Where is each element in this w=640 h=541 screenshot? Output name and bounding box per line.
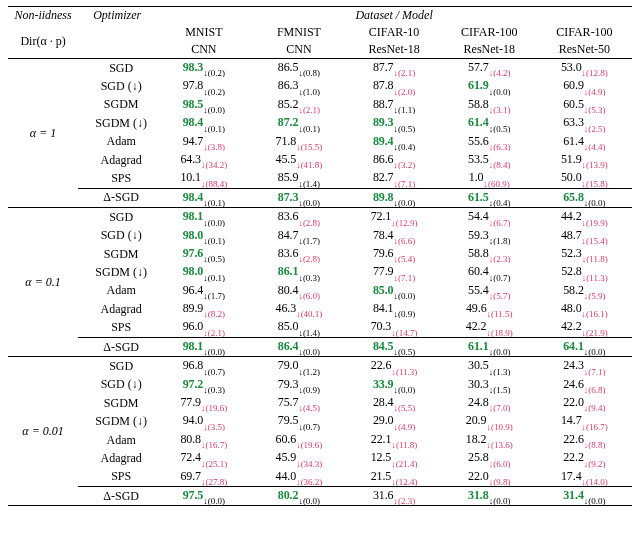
cell-value: 98.4 [183,190,204,204]
result-cell: 98.1↓(0.0) [156,208,251,227]
cell-sub: ↓(0.0) [203,105,225,114]
optimizer-name: SGD (↓) [78,77,156,95]
result-cell: 17.4↓(14.0) [537,468,632,487]
result-cell: 79.0↓(1.2) [251,357,346,376]
cell-value: 87.2 [278,115,299,129]
cell-sub: ↓(4.9) [394,422,416,431]
cell-sub: ↓(4.5) [298,403,320,412]
table-row: α = 0.1SGD98.1↓(0.0)83.6↓(2.8)72.1↓(12.9… [8,208,632,227]
optimizer-name: SGDM (↓) [78,263,156,281]
result-cell: 88.7↓(1.1) [347,96,442,114]
result-cell: 24.6↓(6.8) [537,376,632,394]
optimizer-name: Adagrad [78,300,156,318]
cell-value: 84.1 [373,301,394,315]
block-label: α = 0.01 [8,357,78,506]
cell-sub: ↓(0.1) [203,273,225,282]
result-cell: 87.2↓(0.1) [251,114,346,132]
result-cell: 61.4↓(0.5) [442,114,537,132]
result-cell: 71.8↓(15.5) [251,133,346,151]
table-row: SPS96.0↓(2.1)85.0↓(1.4)70.3↓(14.7)42.2↓(… [8,318,632,337]
result-cell: 22.2↓(9.2) [537,449,632,467]
result-cell: 20.9↓(10.9) [442,412,537,430]
table-row: SGD (↓)97.2↓(0.3)79.3↓(0.9)33.9↓(0.0)30.… [8,376,632,394]
result-cell: 51.9↓(13.9) [537,151,632,169]
cell-value: 55.4 [468,283,489,297]
result-cell: 33.9↓(0.0) [347,376,442,394]
result-cell: 85.2↓(2.1) [251,96,346,114]
cell-value: 28.4 [373,395,394,409]
cell-value: 61.5 [468,190,489,204]
cell-sub: ↓(0.0) [394,385,416,394]
cell-sub: ↓(16.1) [582,309,608,318]
cell-sub: ↓(7.1) [584,367,606,376]
cell-sub: ↓(60.9) [483,179,509,189]
result-cell: 52.3↓(11.8) [537,245,632,263]
optimizer-name: Adagrad [78,151,156,169]
optimizer-name: SGDM (↓) [78,412,156,430]
cell-sub: ↓(41.8) [296,160,322,169]
table-row: SPS69.7↓(27.8)44.0↓(36.2)21.5↓(12.4)22.0… [8,468,632,487]
cell-value: 30.5 [468,358,489,372]
result-cell: 97.2↓(0.3) [156,376,251,394]
cell-sub: ↓(13.9) [582,160,608,169]
result-cell: 61.1↓(0.0) [442,337,537,356]
cell-sub: ↓(11.8) [582,254,608,263]
result-cell: 46.3↓(40.1) [251,300,346,318]
result-cell: 22.0↓(9.8) [442,468,537,487]
cell-value: 86.1 [278,264,299,278]
cell-sub: ↓(0.1) [203,124,225,133]
optimizer-name: Δ-SGD [78,486,156,505]
col-header-bot: CNN [251,41,346,59]
result-cell: 85.0↓(1.4) [251,318,346,337]
cell-sub: ↓(11.8) [391,440,417,449]
result-cell: 86.6↓(3.2) [347,151,442,169]
cell-value: 44.0 [276,469,297,483]
result-cell: 87.3↓(0.0) [251,188,346,207]
result-cell: 22.6↓(11.3) [347,357,442,376]
cell-sub: ↓(9.8) [489,477,511,487]
result-cell: 98.3↓(0.2) [156,59,251,78]
cell-value: 22.6 [371,358,392,372]
delta-row: Δ-SGD98.4↓(0.1)87.3↓(0.0)89.8↓(0.0)61.5↓… [8,188,632,207]
result-cell: 58.2↓(5.9) [537,282,632,300]
cell-value: 17.4 [561,469,582,483]
cell-sub: ↓(88.4) [201,179,227,189]
cell-sub: ↓(19.9) [582,218,608,227]
cell-sub: ↓(2.1) [203,328,225,338]
cell-value: 83.6 [278,246,299,260]
result-cell: 53.0↓(12.8) [537,59,632,78]
cell-value: 97.8 [183,78,204,92]
result-cell: 53.5↓(8.4) [442,151,537,169]
cell-sub: ↓(1.5) [489,385,511,394]
result-cell: 48.0↓(16.1) [537,300,632,318]
cell-sub: ↓(0.2) [203,87,225,96]
table-row: SPS10.1↓(88.4)85.9↓(1.4)82.7↓(7.1)1.0↓(6… [8,169,632,188]
result-cell: 54.4↓(6.7) [442,208,537,227]
cell-sub: ↓(2.8) [298,254,320,263]
cell-value: 97.2 [183,377,204,391]
cell-value: 31.6 [373,488,394,502]
cell-value: 83.6 [278,209,299,223]
table-row: Adagrad64.3↓(34.2)45.5↓(41.8)86.6↓(3.2)5… [8,151,632,169]
cell-value: 60.9 [563,78,584,92]
cell-sub: ↓(0.4) [489,198,511,208]
delta-row: Δ-SGD98.1↓(0.0)86.4↓(0.0)84.5↓(0.5)61.1↓… [8,337,632,356]
col-header-top: MNIST [156,24,251,41]
cell-value: 54.4 [468,209,489,223]
optimizer-name: Δ-SGD [78,337,156,356]
cell-sub: ↓(4.2) [489,68,511,77]
table-row: α = 0.01SGD96.8↓(0.7)79.0↓(1.2)22.6↓(11.… [8,357,632,376]
cell-value: 77.9 [180,395,201,409]
result-cell: 25.8↓(6.0) [442,449,537,467]
cell-value: 85.2 [278,97,299,111]
result-cell: 78.4↓(6.6) [347,227,442,245]
cell-value: 79.5 [278,413,299,427]
cell-value: 61.4 [468,115,489,129]
result-cell: 77.9↓(19.6) [156,394,251,412]
cell-value: 29.0 [373,413,394,427]
cell-sub: ↓(0.3) [203,385,225,394]
cell-value: 98.1 [183,209,204,223]
cell-value: 61.4 [563,134,584,148]
result-cell: 98.0↓(0.1) [156,263,251,281]
table-row: Adam94.7↓(3.8)71.8↓(15.5)89.4↓(0.4)55.6↓… [8,133,632,151]
